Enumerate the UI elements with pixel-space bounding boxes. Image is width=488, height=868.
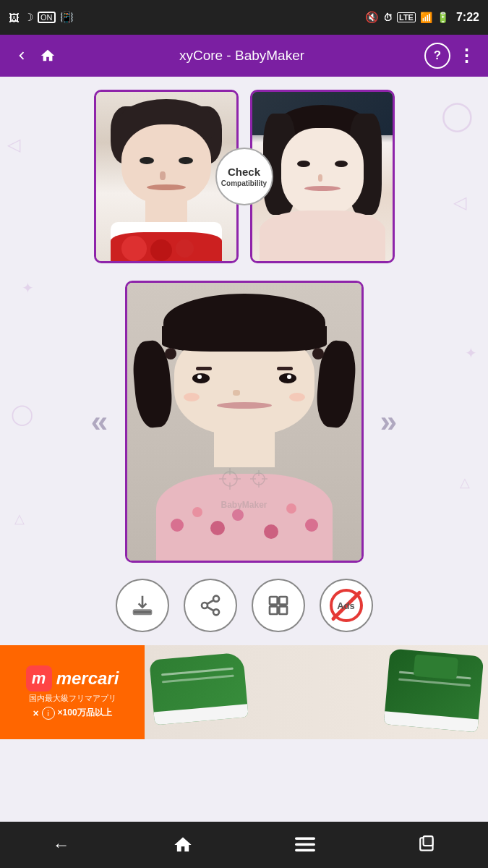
signal-bars-icon: 📶 xyxy=(420,12,432,23)
svg-rect-26 xyxy=(295,843,315,846)
check-compatibility-button[interactable]: Check Compatibility xyxy=(215,148,273,205)
nav-menu-button[interactable] xyxy=(283,830,327,859)
mute-icon: 🔇 xyxy=(365,11,379,24)
clock-icon: ⏱ xyxy=(383,12,393,23)
ad-subtext: ×100万品以上 xyxy=(58,707,112,719)
nav-back-icon: ← xyxy=(52,835,69,855)
collage-button[interactable] xyxy=(252,579,305,632)
svg-rect-29 xyxy=(423,836,432,846)
baby-photo-box: BabyMaker xyxy=(125,281,364,563)
ad-tagline: 国内最大級フリマアプリ xyxy=(29,693,116,704)
moon-icon: ☽ xyxy=(24,11,33,24)
nav-recent-button[interactable] xyxy=(406,830,449,859)
svg-rect-17 xyxy=(270,597,278,605)
battery-icon: 🔋 xyxy=(437,12,449,23)
main-content: ◯ ◁ ◁ ✦ ✦ ◯ △ △ xyxy=(0,77,488,739)
next-arrow-icon: » xyxy=(380,404,397,438)
ads-label: Ads xyxy=(337,600,355,611)
home-button[interactable] xyxy=(36,44,59,67)
back-button[interactable] xyxy=(10,44,33,67)
image-icon: 🖼 xyxy=(9,12,20,24)
ad-right-section xyxy=(145,645,488,739)
svg-rect-27 xyxy=(295,849,315,852)
download-button[interactable] xyxy=(116,579,169,632)
ad-banner[interactable]: m mercari 国内最大級フリマアプリ × i ×100万品以上 xyxy=(0,645,488,739)
prev-arrow-icon: « xyxy=(91,404,108,438)
nav-back-button[interactable]: ← xyxy=(39,830,82,859)
overflow-menu-button[interactable]: ⋮ xyxy=(455,44,478,67)
overflow-icon: ⋮ xyxy=(458,46,475,66)
compatibility-label: Compatibility xyxy=(221,179,267,188)
status-bar: 🖼 ☽ ON 📳 🔇 ⏱ LTE 📶 🔋 7:22 xyxy=(0,0,488,35)
parents-row: Check Compatibility xyxy=(0,90,488,263)
time-display: 7:22 xyxy=(456,11,479,24)
help-label: ? xyxy=(434,48,441,63)
svg-rect-19 xyxy=(270,606,278,614)
app-title: xyCore - BabyMaker xyxy=(59,48,424,64)
prev-arrow-button[interactable]: « xyxy=(82,404,118,439)
svg-point-14 xyxy=(213,609,219,615)
signal-on-icon: ON xyxy=(38,12,56,23)
svg-rect-18 xyxy=(279,597,287,605)
app-bar: xyCore - BabyMaker ? ⋮ xyxy=(0,35,488,77)
status-bar-left-icons: 🖼 ☽ ON 📳 xyxy=(9,11,74,24)
check-label: Check xyxy=(228,165,260,179)
ad-info-icon[interactable]: i xyxy=(42,707,55,720)
baby-area: « xyxy=(0,281,488,563)
remove-ads-button[interactable]: Ads xyxy=(320,579,373,632)
lte-badge: LTE xyxy=(397,12,416,22)
share-button[interactable] xyxy=(184,579,237,632)
nav-home-button[interactable] xyxy=(161,830,205,859)
nav-bar: ← xyxy=(0,822,488,868)
help-button[interactable]: ? xyxy=(424,43,450,69)
ad-close-button[interactable]: × xyxy=(33,707,38,719)
svg-line-15 xyxy=(207,607,213,610)
next-arrow-button[interactable]: » xyxy=(371,404,407,439)
svg-point-12 xyxy=(213,596,219,602)
no-ads-icon: Ads xyxy=(330,589,363,622)
svg-line-16 xyxy=(207,600,213,604)
svg-point-13 xyxy=(202,603,207,608)
ad-mercari-name: mercari xyxy=(56,668,119,689)
svg-rect-25 xyxy=(295,838,315,841)
status-bar-right-icons: 🔇 ⏱ LTE 📶 🔋 7:22 xyxy=(365,11,479,24)
vibrate-icon: 📳 xyxy=(60,11,74,24)
ad-left-section: m mercari 国内最大級フリマアプリ × i ×100万品以上 xyxy=(0,645,145,739)
action-buttons-row: Ads xyxy=(0,579,488,632)
svg-rect-20 xyxy=(279,606,287,614)
